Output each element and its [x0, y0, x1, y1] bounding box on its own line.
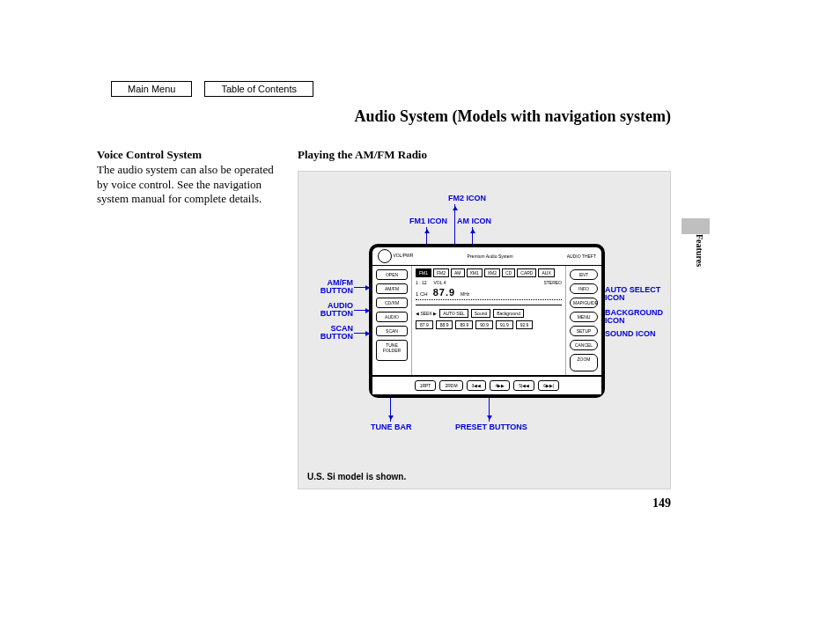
amfm-button[interactable]: AM/FM: [376, 283, 408, 294]
section-tab: [682, 218, 710, 234]
info-button[interactable]: INFO: [570, 283, 598, 294]
main-menu-button[interactable]: Main Menu: [111, 81, 192, 97]
open-button[interactable]: OPEN: [376, 269, 408, 280]
page-number: 149: [652, 496, 671, 511]
left-button-column: OPEN AM/FM CD/XM AUDIO SCAN TUNE FOLDER: [372, 266, 412, 375]
display-screen: FM1 FM2 AM XM1 XM2 CD CARD AUX 1 : 12 VO…: [412, 266, 565, 375]
freq-unit-label: MHz: [461, 291, 469, 297]
tune-bar[interactable]: [416, 299, 562, 305]
stereo-label: STEREO: [543, 280, 562, 285]
setup-button[interactable]: SETUP: [570, 326, 598, 336]
tab-aux[interactable]: AUX: [538, 268, 554, 277]
tune-folder-button[interactable]: TUNE FOLDER: [376, 340, 408, 361]
callout-audio-button: AUDIO BUTTON: [307, 302, 353, 319]
preset-4[interactable]: 90.9: [475, 320, 493, 329]
radio-diagram: FM2 ICON FM1 ICON AM ICON AM/FM BUTTON A…: [298, 171, 671, 489]
vol-knob-icon: [378, 249, 392, 263]
preset-3[interactable]: 89.9: [455, 320, 473, 329]
callout-fm2-icon: FM2 ICON: [448, 195, 486, 202]
section-tab-label: Features: [695, 234, 704, 267]
tab-fm2[interactable]: FM2: [433, 268, 449, 277]
callout-tune-bar: TUNE BAR: [371, 423, 412, 431]
tab-fm1[interactable]: FM1: [416, 268, 431, 277]
seek-label: SEEK: [420, 311, 431, 316]
page-title: Audio System (Models with navigation sys…: [354, 107, 671, 126]
section-heading: Playing the AM/FM Radio: [298, 148, 671, 162]
callout-amfm-button: AM/FM BUTTON: [307, 279, 353, 296]
tab-cd[interactable]: CD: [502, 268, 515, 277]
voice-heading: Voice Control System: [97, 148, 284, 162]
callout-fm1-icon: FM1 ICON: [409, 217, 447, 225]
ent-button[interactable]: ENT: [570, 269, 598, 280]
preset-button-row: 1RPT 2RDM 3◀◀ 4▶▶ 5|◀◀ 6▶▶|: [372, 375, 601, 394]
clock-value: 1 : 12: [416, 280, 427, 285]
preset-5[interactable]: 91.9: [496, 320, 513, 329]
map-guide-button[interactable]: MAP/GUIDE: [570, 298, 598, 308]
head-unit: VOL/PWR Premium Audio System AUDIO THEFT…: [369, 244, 605, 398]
callout-background-icon: BACKGROUND ICON: [605, 309, 670, 326]
background-button[interactable]: Background: [493, 309, 524, 318]
channel-label: 1 CH: [416, 291, 428, 297]
auto-sel-button[interactable]: AUTO SEL: [439, 309, 468, 318]
callout-scan-button: SCAN BUTTON: [307, 325, 353, 342]
unit-brand-label: Premium Audio System: [468, 254, 513, 259]
scan-button[interactable]: SCAN: [376, 326, 408, 336]
callout-sound-icon: SOUND ICON: [605, 330, 656, 338]
tab-xm2[interactable]: XM2: [484, 268, 500, 277]
tab-xm1[interactable]: XM1: [467, 268, 483, 277]
voice-control-section: Voice Control System The audio system ca…: [97, 148, 284, 206]
callout-preset-buttons: PRESET BUTTONS: [455, 423, 527, 431]
preset-6[interactable]: 92.9: [516, 320, 534, 329]
foot-btn-6[interactable]: 6▶▶|: [538, 380, 559, 391]
audio-button[interactable]: AUDIO: [376, 312, 408, 322]
foot-btn-1[interactable]: 1RPT: [415, 380, 437, 391]
right-button-column: ENT INFO MAP/GUIDE MENU SETUP CANCEL ZOO…: [565, 266, 601, 375]
foot-btn-2[interactable]: 2RDM: [439, 380, 462, 391]
vol-pwr-label: VOL/PWR: [393, 253, 413, 258]
volume-value: VOL 4: [434, 280, 446, 285]
diagram-caption: U.S. Si model is shown.: [307, 472, 406, 482]
callout-am-icon: AM ICON: [457, 217, 491, 225]
foot-btn-5[interactable]: 5|◀◀: [513, 380, 534, 391]
foot-btn-3[interactable]: 3◀◀: [467, 380, 487, 391]
tab-am[interactable]: AM: [451, 268, 465, 277]
audio-theft-label: AUDIO THEFT: [567, 254, 596, 259]
foot-btn-4[interactable]: 4▶▶: [490, 380, 510, 391]
sound-button[interactable]: Sound: [471, 309, 490, 318]
cdxm-button[interactable]: CD/XM: [376, 298, 408, 308]
preset-1[interactable]: 87.9: [416, 320, 433, 329]
frequency-value: 87.9: [433, 287, 455, 298]
voice-body: The audio system can also be operated by…: [97, 163, 284, 206]
zoom-button[interactable]: ZOOM: [570, 354, 598, 371]
preset-2[interactable]: 88.9: [436, 320, 453, 329]
callout-autoselect-icon: AUTO SELECT ICON: [605, 286, 670, 303]
menu-button[interactable]: MENU: [570, 312, 598, 322]
cancel-button[interactable]: CANCEL: [570, 340, 598, 350]
toc-button[interactable]: Table of Contents: [204, 81, 313, 97]
tab-card[interactable]: CARD: [517, 268, 536, 277]
